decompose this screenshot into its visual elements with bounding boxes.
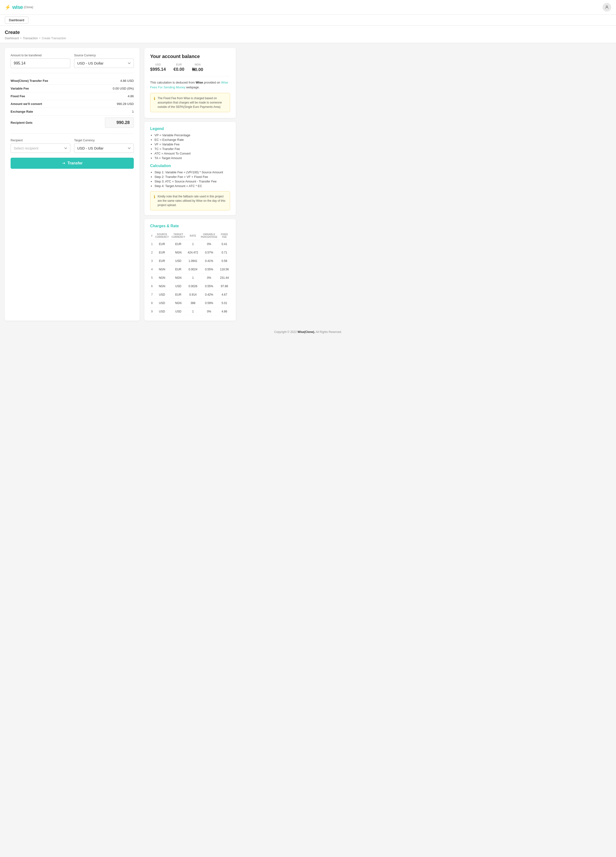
exchange-rate-row: Exchange Rate 1 [11,108,134,116]
nav: Dashboard [0,15,616,26]
table-cell: 9 [150,308,154,316]
transfer-btn-label: Transfer [67,161,83,166]
table-cell: 97.88 [219,282,230,291]
breadcrumb-dashboard[interactable]: Dashboard [5,37,19,40]
table-row: 1EUREUR10%0.41 [150,240,230,248]
breadcrumb-sep1: • [20,37,22,40]
page-title: Create [5,29,611,35]
legend-item: TA = Target Amount [154,156,230,160]
target-currency-select[interactable]: USD - US Dollar EUR - Euro NGN - Nigeria… [74,144,134,153]
balance-usd: USD $995.14 [150,63,166,72]
table-row: 8USDNGN3880.59%5.01 [150,299,230,308]
table-cell: 388 [187,299,199,308]
main-content: Amount to be transfered Source Currency … [0,43,241,325]
source-currency-label: Source Currency [74,54,134,57]
exchange-rate-value: 1 [132,110,134,113]
breadcrumb-transaction[interactable]: Transaction [23,37,38,40]
table-cell: EUR [170,240,187,248]
amount-convert-row: Amount we'll convert 990.28 USD [11,100,134,108]
table-cell: EUR [170,265,187,274]
transfer-fee-value: 4.86 USD [120,79,134,83]
balance-usd-currency: USD [150,63,166,66]
recipient-select[interactable]: Select recipient [11,144,70,153]
wise-fees-link[interactable]: Wise Fees For Sending Money [150,80,228,89]
table-cell: 0.914 [187,291,199,299]
legend-item: ATC = Amount To Convert [154,152,230,155]
person-icon [605,5,609,9]
table-cell: 0.71 [219,248,230,257]
table-cell: 3 [150,257,154,265]
info-icon: ℹ [154,96,155,109]
table-cell: USD [154,308,170,316]
table-cell: 1 [150,240,154,248]
legend-title: Legend [150,127,230,131]
balance-ngn-currency: NGN [192,63,203,66]
table-row: 7USDEUR0.9140.42%4.67 [150,291,230,299]
table-cell: 0% [199,274,219,282]
calc-note: This calculation is deduced from Wise pr… [150,80,230,90]
legend-item: TC = Transfer Fee [154,147,230,151]
table-row: 6NGNUSD0.00260.55%97.88 [150,282,230,291]
logo-wise-text: wise [12,4,23,10]
charges-card: Charges & Rate # SOURCECURRENCY TARGETCU… [144,219,236,321]
transfer-button[interactable]: Transfer [11,158,134,169]
variable-fee-label: Variable Fee [11,87,29,90]
form-row-bottom: Recipient Select recipient Target Curren… [11,139,134,153]
logo-icon: ⚡ [5,4,11,10]
table-cell: 0.41% [199,257,219,265]
table-cell: 0% [199,240,219,248]
col-target: TARGETCURRENCY [170,232,187,240]
footer-brand: Wise(Clone). [297,330,315,334]
source-currency-group: Source Currency USD - US Dollar EUR - Eu… [74,54,134,68]
balance-eur-amount: €0.00 [173,67,184,72]
source-currency-select[interactable]: USD - US Dollar EUR - Euro NGN - Nigeria… [74,59,134,68]
balance-usd-amount: $995.14 [150,67,166,72]
breadcrumb-current: Create Transaction [42,37,66,40]
table-cell: 1 [187,240,199,248]
divider-1 [11,73,134,73]
table-cell: 0.55% [199,282,219,291]
footer-rights: All Rights Reserved. [315,330,342,334]
table-cell: EUR [154,257,170,265]
col-source: SOURCECURRENCY [154,232,170,240]
table-cell: 4.67 [219,291,230,299]
footer: Copyright © 2022 Wise(Clone). All Rights… [0,325,616,339]
warning-box: ℹ The Fixed Fee from Wise is charged bas… [150,93,230,112]
table-cell: 424.472 [187,248,199,257]
legend-item: EC = Exchange Rate [154,138,230,142]
dashboard-nav-button[interactable]: Dashboard [5,17,28,23]
table-cell: EUR [154,240,170,248]
table-cell: 118.56 [219,265,230,274]
calculation-title: Calculation [150,164,230,168]
col-fixed: FIXEDFEE [219,232,230,240]
calc-fallback-note: Kindly note that the fallback rate used … [157,194,227,207]
info-icon-2: ℹ [154,195,155,207]
breadcrumb-sep2: • [39,37,40,40]
calculation-list: Step 1: Variable Fee = (VP/100) * Source… [150,170,230,188]
avatar-button[interactable] [602,3,611,12]
variable-fee-value: 0.00 USD (0%) [113,87,134,90]
table-cell: NGN [154,265,170,274]
recipient-gets-label: Recipient Gets [11,121,32,124]
right-panel: Your account balance USD $995.14 EUR €0.… [144,48,236,321]
fixed-fee-label: Fixed Fee [11,94,25,98]
table-cell: 0.0024 [187,265,199,274]
amount-convert-value: 990.28 USD [117,102,134,106]
calc-note-bold: Wise [196,80,203,84]
legend-item: VF = Variable Fee [154,142,230,146]
transfer-fee-row: Wise(Clone) Transfer Fee 4.86 USD [11,77,134,85]
recipient-gets-value: 990.28 [105,118,134,128]
legend-item: VP = Variable Percentage [154,133,230,137]
variable-fee-row: Variable Fee 0.00 USD (0%) [11,85,134,93]
table-cell: NGN [154,282,170,291]
table-cell: 0.41 [219,240,230,248]
amount-input[interactable] [11,59,70,68]
transfer-icon [62,161,65,165]
table-cell: EUR [170,291,187,299]
amount-group: Amount to be transfered [11,54,70,68]
balance-ngn-amount: ₦0.00 [192,67,203,72]
table-cell: 1 [187,274,199,282]
calc-step: Step 1: Variable Fee = (VP/100) * Source… [154,170,230,174]
charges-table: # SOURCECURRENCY TARGETCURRENCY RATE VAR… [150,232,230,316]
table-cell: USD [154,291,170,299]
